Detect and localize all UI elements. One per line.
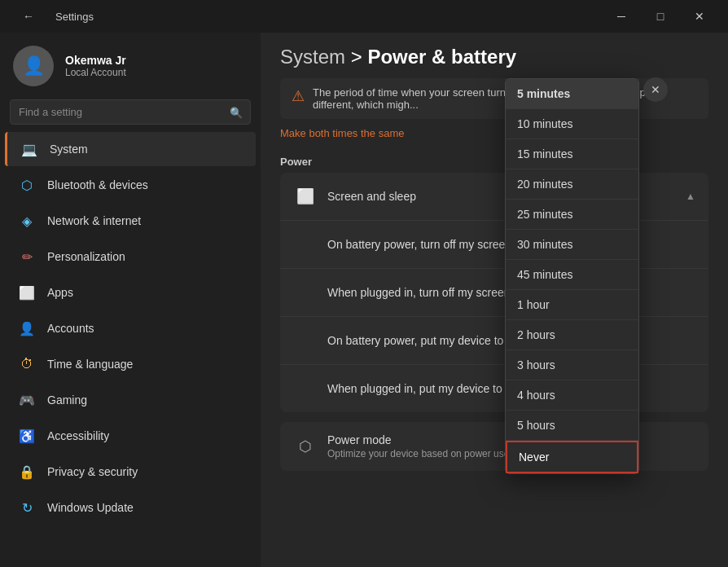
update-icon: ↻ xyxy=(18,499,36,516)
battery-screen-icon xyxy=(293,232,318,257)
apps-icon: ⬜ xyxy=(18,284,36,301)
dropdown-item-4hr[interactable]: 4 hours xyxy=(506,380,638,411)
sidebar-item-network[interactable]: ◈ Network & internet xyxy=(5,204,256,238)
accessibility-icon: ♿ xyxy=(18,427,36,445)
maximize-button[interactable]: □ xyxy=(642,3,679,29)
search-box[interactable]: 🔍 xyxy=(10,99,251,125)
title-bar: ← Settings ─ □ ✕ xyxy=(0,0,728,33)
plugged-screen-row[interactable]: When plugged in, turn off my screen afte… xyxy=(280,269,708,317)
sidebar-item-privacy[interactable]: 🔒 Privacy & security xyxy=(5,455,256,489)
dropdown-item-15min[interactable]: 15 minutes xyxy=(506,139,638,169)
dropdown-item-5min[interactable]: 5 minutes xyxy=(506,79,638,109)
user-info: Okemwa Jr Local Account xyxy=(65,54,126,78)
dropdown-item-25min[interactable]: 25 minutes xyxy=(506,200,638,230)
dropdown-item-2hr[interactable]: 2 hours xyxy=(506,320,638,350)
app-body: 👤 Okemwa Jr Local Account 🔍 💻 System ⬡ B… xyxy=(0,33,728,567)
breadcrumb-separator: > xyxy=(351,46,368,68)
sidebar-item-label-network: Network & internet xyxy=(47,214,141,227)
make-same-link[interactable]: Make both times the same xyxy=(280,127,708,139)
dropdown-item-30min[interactable]: 30 minutes xyxy=(506,230,638,260)
warning-icon: ⚠ xyxy=(292,87,305,105)
plugged-screen-icon xyxy=(293,280,318,305)
dropdown-item-3hr[interactable]: 3 hours xyxy=(506,350,638,380)
sidebar-item-label-time: Time & language xyxy=(47,358,133,371)
dropdown-close-button[interactable]: ✕ xyxy=(643,77,668,102)
app-title: Settings xyxy=(55,11,94,23)
battery-sleep-icon xyxy=(293,328,318,353)
avatar: 👤 xyxy=(13,46,54,86)
window-controls: ─ □ ✕ xyxy=(603,3,718,29)
battery-screen-row[interactable]: On battery power, turn off my screen aft… xyxy=(280,221,708,269)
sidebar-item-label-system: System xyxy=(50,143,88,156)
battery-sleep-row[interactable]: On battery power, put my device to sleep… xyxy=(280,317,708,365)
sidebar-item-gaming[interactable]: 🎮 Gaming xyxy=(5,383,256,417)
gaming-icon: 🎮 xyxy=(18,391,36,409)
sidebar-item-time[interactable]: ⏱ Time & language xyxy=(5,347,256,381)
sidebar-item-label-gaming: Gaming xyxy=(47,393,87,407)
minimize-button[interactable]: ─ xyxy=(603,3,640,29)
sidebar-item-label-update: Windows Update xyxy=(47,501,134,514)
sidebar-item-label-personalization: Personalization xyxy=(47,250,125,263)
sidebar-item-label-bluetooth: Bluetooth & devices xyxy=(47,178,148,191)
sidebar-item-personalization[interactable]: ✏ Personalization xyxy=(5,240,256,274)
dropdown-item-1hr[interactable]: 1 hour xyxy=(506,290,638,320)
user-name: Okemwa Jr xyxy=(65,54,126,67)
sidebar-item-accessibility[interactable]: ♿ Accessibility xyxy=(5,419,256,453)
dropdown-item-20min[interactable]: 20 minutes xyxy=(506,169,638,200)
sidebar-item-accounts[interactable]: 👤 Accounts xyxy=(5,311,256,345)
dropdown-item-never[interactable]: Never xyxy=(506,441,638,473)
sidebar-item-label-privacy: Privacy & security xyxy=(47,465,138,478)
dropdown-panel: ✕ 5 minutes 10 minutes 15 minutes 20 min… xyxy=(505,78,639,474)
breadcrumb-section: System xyxy=(280,46,345,68)
title-bar-left: ← Settings xyxy=(10,3,94,29)
breadcrumb-current: Power & battery xyxy=(367,46,516,68)
dropdown-item-10min[interactable]: 10 minutes xyxy=(506,109,638,139)
power-mode-row[interactable]: ⬡ Power mode Optimize your device based … xyxy=(280,422,708,471)
avatar-icon: 👤 xyxy=(23,55,45,77)
system-icon: 💻 xyxy=(20,140,38,158)
user-type: Local Account xyxy=(65,67,126,78)
search-input[interactable] xyxy=(10,99,251,125)
privacy-icon: 🔒 xyxy=(18,463,36,481)
sidebar-item-update[interactable]: ↻ Windows Update xyxy=(5,490,256,525)
plugged-sleep-icon xyxy=(293,376,318,401)
sidebar-item-apps[interactable]: ⬜ Apps xyxy=(5,275,256,310)
power-section-label: Power xyxy=(261,151,728,173)
back-button[interactable]: ← xyxy=(10,3,47,29)
screen-sleep-group: ⬜ Screen and sleep ▲ On battery power, t… xyxy=(280,173,708,412)
network-icon: ◈ xyxy=(18,212,36,230)
screen-sleep-chevron-icon: ▲ xyxy=(686,191,695,202)
time-icon: ⏱ xyxy=(18,355,36,373)
screen-sleep-header-row[interactable]: ⬜ Screen and sleep ▲ xyxy=(280,173,708,221)
sidebar-item-label-accounts: Accounts xyxy=(47,322,94,335)
user-profile: 👤 Okemwa Jr Local Account xyxy=(0,33,261,96)
page-header: System > Power & battery xyxy=(261,33,728,78)
sidebar-item-system[interactable]: 💻 System xyxy=(5,132,256,166)
dropdown-item-45min[interactable]: 45 minutes xyxy=(506,260,638,290)
power-mode-icon: ⬡ xyxy=(293,434,318,459)
sidebar-item-label-accessibility: Accessibility xyxy=(47,429,109,442)
dropdown-item-5hr[interactable]: 5 hours xyxy=(506,411,638,441)
screen-icon: ⬜ xyxy=(293,184,318,209)
sidebar-item-bluetooth[interactable]: ⬡ Bluetooth & devices xyxy=(5,168,256,202)
personalization-icon: ✏ xyxy=(18,248,36,266)
sidebar-item-label-apps: Apps xyxy=(47,286,73,299)
search-icon: 🔍 xyxy=(230,106,243,118)
plugged-sleep-row[interactable]: When plugged in, put my device to sleep … xyxy=(280,365,708,412)
main-content: System > Power & battery ⚠ The period of… xyxy=(261,33,728,567)
sidebar: 👤 Okemwa Jr Local Account 🔍 💻 System ⬡ B… xyxy=(0,33,261,567)
bluetooth-icon: ⬡ xyxy=(18,176,36,194)
accounts-icon: 👤 xyxy=(18,319,36,337)
close-button[interactable]: ✕ xyxy=(681,3,718,29)
